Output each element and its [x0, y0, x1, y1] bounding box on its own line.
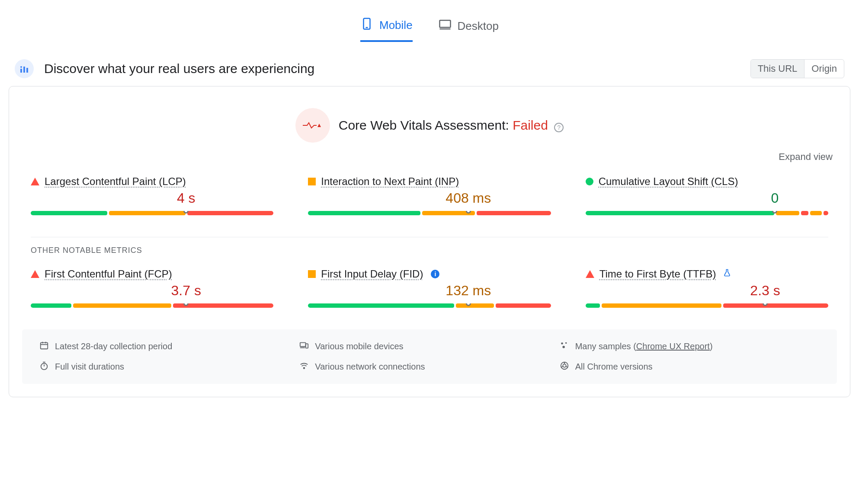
mobile-icon	[360, 17, 373, 33]
meta-samples: Many samples (Chrome UX Report)	[560, 341, 820, 352]
assessment-text: Core Web Vitals Assessment: Failed ?	[339, 118, 564, 133]
metric-fcp: First Contentful Paint (FCP) 3.7 s	[31, 268, 273, 308]
meta-devices-text: Various mobile devices	[315, 341, 403, 351]
scope-toggle: This URL Origin	[750, 59, 844, 78]
metric-lcp-value: 4 s	[177, 190, 196, 206]
meta-period: Latest 28-day collection period	[39, 341, 299, 352]
metric-cls-name[interactable]: Cumulative Layout Shift (CLS)	[599, 175, 738, 188]
meta-network: Various network connections	[299, 361, 559, 373]
scope-this-url[interactable]: This URL	[751, 60, 805, 78]
vitals-panel: Core Web Vitals Assessment: Failed ? Exp…	[9, 86, 850, 397]
meta-versions: All Chrome versions	[560, 361, 820, 373]
svg-rect-5	[23, 67, 25, 73]
chrome-ux-report-link[interactable]: Chrome UX Report	[636, 341, 710, 351]
triangle-icon	[586, 270, 594, 278]
info-icon[interactable]: i	[431, 270, 439, 278]
meta-versions-text: All Chrome versions	[575, 362, 653, 372]
help-icon[interactable]: ?	[554, 123, 564, 132]
meta-devices: Various mobile devices	[299, 341, 559, 352]
svg-point-7	[20, 66, 22, 68]
metric-fid-value: 132 ms	[446, 283, 491, 299]
calendar-icon	[39, 341, 49, 352]
scope-origin[interactable]: Origin	[804, 60, 844, 78]
svg-rect-6	[26, 68, 28, 73]
metric-fid-bar	[308, 303, 551, 308]
chrome-icon	[560, 361, 569, 373]
other-metrics: First Contentful Paint (FCP) 3.7 s First…	[9, 264, 850, 316]
metric-ttfb-value: 2.3 s	[750, 283, 780, 299]
stopwatch-icon	[39, 361, 49, 373]
metric-fcp-value: 3.7 s	[171, 283, 201, 299]
svg-line-26	[565, 366, 567, 367]
meta-durations-text: Full visit durations	[55, 362, 124, 372]
meta-box: Latest 28-day collection period Various …	[22, 329, 837, 384]
svg-rect-4	[20, 69, 22, 73]
section-header: Discover what your real users are experi…	[9, 59, 850, 86]
device-tabs: Mobile Desktop	[9, 17, 850, 42]
svg-point-17	[565, 342, 567, 344]
svg-point-19	[41, 364, 48, 370]
metric-fcp-name[interactable]: First Contentful Paint (FCP)	[45, 268, 172, 280]
meta-period-text: Latest 28-day collection period	[55, 341, 172, 351]
metric-cls-value: 0	[771, 190, 779, 206]
assessment-status: Failed	[513, 118, 548, 132]
expand-view-link[interactable]: Expand view	[9, 147, 850, 171]
metric-lcp: Largest Contentful Paint (LCP) 4 s	[31, 175, 273, 215]
svg-point-22	[304, 367, 305, 369]
triangle-icon	[31, 178, 39, 185]
assessment-row: Core Web Vitals Assessment: Failed ?	[9, 99, 850, 147]
metric-fid: First Input Delay (FID) i 132 ms	[308, 268, 551, 308]
metric-inp-value: 408 ms	[446, 190, 491, 206]
desktop-icon	[439, 18, 452, 34]
tab-mobile-label: Mobile	[379, 19, 413, 32]
metric-inp: Interaction to Next Paint (INP) 408 ms	[308, 175, 551, 215]
crux-icon	[15, 59, 34, 78]
other-metrics-heading: OTHER NOTABLE METRICS	[9, 246, 850, 264]
metric-ttfb-bar	[586, 303, 828, 308]
triangle-icon	[31, 270, 39, 278]
flask-icon[interactable]	[723, 268, 731, 280]
metric-inp-name[interactable]: Interaction to Next Paint (INP)	[321, 175, 459, 188]
svg-point-16	[561, 342, 563, 345]
square-icon	[308, 270, 316, 278]
svg-point-18	[562, 346, 565, 348]
metric-ttfb-name[interactable]: Time to First Byte (TTFB)	[599, 268, 716, 280]
svg-rect-2	[439, 20, 450, 27]
metric-lcp-bar	[31, 211, 273, 215]
svg-marker-8	[317, 124, 321, 127]
tab-desktop-label: Desktop	[458, 19, 499, 33]
metric-cls-bar	[586, 211, 828, 215]
metric-fid-name[interactable]: First Input Delay (FID)	[321, 268, 423, 280]
svg-point-24	[563, 364, 566, 367]
svg-line-27	[561, 366, 563, 367]
tab-mobile[interactable]: Mobile	[360, 17, 413, 42]
pulse-icon	[295, 108, 330, 143]
metric-cls: Cumulative Layout Shift (CLS) 0	[586, 175, 828, 215]
wifi-icon	[299, 361, 309, 373]
square-icon	[308, 178, 316, 185]
scatter-icon	[560, 341, 569, 352]
circle-icon	[586, 178, 593, 185]
metric-ttfb: Time to First Byte (TTFB) 2.3 s	[586, 268, 828, 308]
tab-desktop[interactable]: Desktop	[439, 17, 499, 42]
assessment-label: Core Web Vitals Assessment:	[339, 118, 509, 132]
svg-rect-13	[300, 343, 306, 347]
meta-durations: Full visit durations	[39, 361, 299, 373]
svg-rect-9	[41, 343, 48, 349]
meta-samples-prefix: Many samples (	[575, 341, 636, 351]
meta-network-text: Various network connections	[315, 362, 425, 372]
svg-rect-14	[306, 344, 308, 348]
metric-inp-bar	[308, 211, 551, 215]
core-metrics: Largest Contentful Paint (LCP) 4 s Inter…	[9, 171, 850, 224]
devices-icon	[299, 341, 309, 352]
divider	[31, 237, 828, 237]
section-title: Discover what your real users are experi…	[44, 61, 314, 76]
meta-samples-suffix: )	[710, 341, 713, 351]
metric-lcp-name[interactable]: Largest Contentful Paint (LCP)	[45, 175, 186, 188]
metric-fcp-bar	[31, 303, 273, 308]
